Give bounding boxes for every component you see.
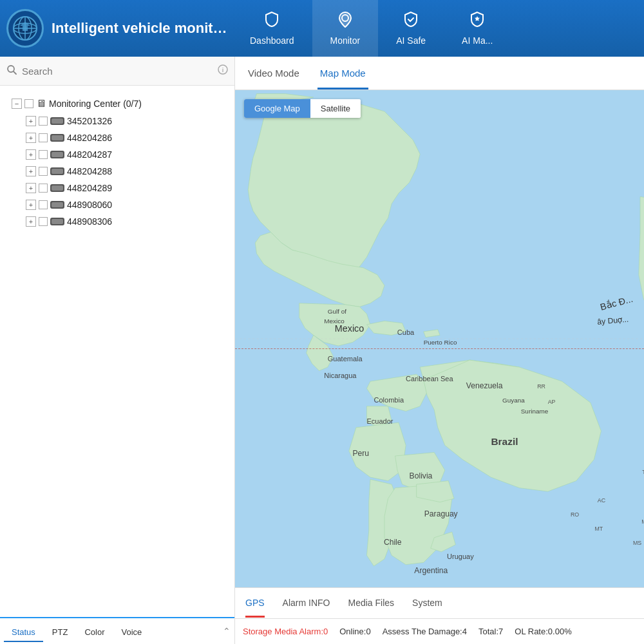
device-tree: − 🖥 Monitoring Center (0/7) + 345201326 xyxy=(0,86,234,617)
svg-text:Uruguay: Uruguay xyxy=(447,553,474,560)
search-icon xyxy=(6,64,17,77)
tree-checkbox-4[interactable] xyxy=(39,184,48,193)
sidebar-tab-voice[interactable]: Voice xyxy=(114,623,150,642)
tree-node-6[interactable]: + 448908306 xyxy=(21,213,228,230)
online-label: Online: xyxy=(339,627,366,636)
tree-node-5[interactable]: + 448908060 xyxy=(21,196,228,213)
ol-rate-value: 0.00% xyxy=(548,627,572,636)
tree-checkbox-root[interactable] xyxy=(24,99,33,108)
svg-text:Suriname: Suriname xyxy=(521,408,549,415)
svg-text:Gulf of: Gulf of xyxy=(328,308,346,315)
device-icon-5 xyxy=(50,201,64,209)
assess-value: 4 xyxy=(462,627,467,636)
assess-label: Assess The Damage: xyxy=(383,627,462,636)
svg-text:Brazil: Brazil xyxy=(491,436,518,447)
svg-text:Venezuela: Venezuela xyxy=(466,381,503,390)
tree-label-6: 448908306 xyxy=(67,216,112,227)
tree-children: + 345201326 + 448204286 + xyxy=(6,113,228,230)
tree-checkbox-5[interactable] xyxy=(39,200,48,209)
header: Intelligent vehicle monitoring sys Dashb… xyxy=(0,0,644,57)
nav-tab-monitor[interactable]: Monitor xyxy=(312,0,379,57)
svg-text:Caribbean Sea: Caribbean Sea xyxy=(406,375,453,383)
tree-label-3: 448204288 xyxy=(67,166,112,176)
svg-text:Argentina: Argentina xyxy=(414,566,448,575)
tree-node-1[interactable]: + 448204286 xyxy=(21,129,228,146)
svg-text:Ecuador: Ecuador xyxy=(366,417,393,425)
svg-text:AC: AC xyxy=(598,497,606,504)
tree-checkbox-0[interactable] xyxy=(39,117,48,126)
map-svg: Mexico Bắc Đ... ây Duợ... Gulf of Mexico… xyxy=(235,90,644,587)
info-tab-gps[interactable]: GPS xyxy=(245,590,265,618)
device-icon-6 xyxy=(50,218,64,225)
tree-node-2[interactable]: + 448204287 xyxy=(21,146,228,163)
svg-text:AP: AP xyxy=(548,399,556,405)
tree-toggle-2[interactable]: + xyxy=(26,149,36,160)
search-input[interactable] xyxy=(22,66,213,77)
info-tab-alarm[interactable]: Alarm INFO xyxy=(283,590,330,618)
info-tab-system[interactable]: System xyxy=(412,590,442,618)
info-icon[interactable]: i xyxy=(218,64,228,77)
logo-area: Intelligent vehicle monitoring sys xyxy=(6,9,232,48)
svg-text:Guyana: Guyana xyxy=(502,397,525,404)
tree-toggle-1[interactable]: + xyxy=(26,133,36,143)
svg-text:Mexico: Mexico xyxy=(324,317,345,325)
svg-text:RO: RO xyxy=(571,511,579,518)
tree-checkbox-6[interactable] xyxy=(39,217,48,226)
tree-root: − 🖥 Monitoring Center (0/7) + 345201326 xyxy=(0,91,234,234)
main-layout: i − 🖥 Monitoring Center (0/7) + xyxy=(0,57,644,644)
sidebar-bottom-tabs: Status PTZ Color Voice ⌃ xyxy=(0,617,234,644)
svg-text:Guatemala: Guatemala xyxy=(328,355,363,363)
sidebar-tab-color[interactable]: Color xyxy=(77,623,112,642)
sidebar: i − 🖥 Monitoring Center (0/7) + xyxy=(0,57,235,644)
shield-star-icon xyxy=(469,11,486,32)
tree-node-0[interactable]: + 345201326 xyxy=(21,113,228,129)
tree-toggle-3[interactable]: + xyxy=(26,166,36,176)
map-type-buttons: Google Map Satellite xyxy=(244,99,361,118)
svg-text:MT: MT xyxy=(594,526,603,532)
svg-text:Chile: Chile xyxy=(384,538,402,547)
tree-toggle-0[interactable]: + xyxy=(26,116,36,126)
map-container[interactable]: Mexico Bắc Đ... ây Duợ... Gulf of Mexico… xyxy=(235,90,644,587)
nav-tab-dashboard[interactable]: Dashboard xyxy=(232,0,312,57)
tree-label-5: 448908060 xyxy=(67,200,112,210)
svg-text:i: i xyxy=(222,67,224,73)
tree-toggle-5[interactable]: + xyxy=(26,200,36,210)
total-label: Total: xyxy=(478,627,498,636)
tree-toggle-root[interactable]: − xyxy=(12,99,22,109)
assess-status: Assess The Damage:4 xyxy=(383,627,467,636)
tree-root-label: Monitoring Center (0/7) xyxy=(49,99,142,109)
tab-video-mode[interactable]: Video Mode xyxy=(245,59,302,90)
nav-tabs: Dashboard Monitor AI Safe xyxy=(232,0,638,57)
tree-checkbox-3[interactable] xyxy=(39,167,48,176)
tree-node-3[interactable]: + 448204288 xyxy=(21,163,228,180)
storage-alarm-value: 0 xyxy=(323,627,328,636)
tab-map-mode[interactable]: Map Mode xyxy=(317,59,368,90)
tree-node-4[interactable]: + 448204289 xyxy=(21,180,228,196)
ol-rate-label: OL Rate: xyxy=(515,627,548,636)
satellite-button[interactable]: Satellite xyxy=(310,99,361,118)
chevron-up-icon[interactable]: ⌃ xyxy=(223,626,231,636)
nav-tab-ai-safe[interactable]: AI Safe xyxy=(378,0,444,57)
google-map-button[interactable]: Google Map xyxy=(244,99,310,118)
device-icon-3 xyxy=(50,167,64,175)
info-tab-media[interactable]: Media Files xyxy=(348,590,394,618)
sidebar-tab-ptz[interactable]: PTZ xyxy=(44,623,76,642)
tree-label-2: 448204287 xyxy=(67,149,112,160)
app-logo xyxy=(6,9,44,48)
device-icon-4 xyxy=(50,184,64,192)
tree-root-node[interactable]: − 🖥 Monitoring Center (0/7) xyxy=(6,95,228,113)
svg-text:Colombia: Colombia xyxy=(374,396,404,404)
tree-checkbox-1[interactable] xyxy=(39,133,48,142)
shield-icon xyxy=(263,11,280,32)
online-value: 0 xyxy=(366,627,370,636)
tree-checkbox-2[interactable] xyxy=(39,150,48,159)
nav-tab-ai-map[interactable]: AI Ma... xyxy=(444,0,511,57)
nav-tab-ai-map-label: AI Ma... xyxy=(462,35,493,46)
tree-toggle-6[interactable]: + xyxy=(26,216,36,227)
tree-label-1: 448204286 xyxy=(67,133,112,143)
tree-toggle-4[interactable]: + xyxy=(26,183,36,193)
app-title: Intelligent vehicle monitoring sys xyxy=(52,20,232,37)
device-icon-0 xyxy=(50,117,64,125)
storage-alarm-label: Storage Media Alarm: xyxy=(243,627,323,636)
sidebar-tab-status[interactable]: Status xyxy=(4,623,43,642)
